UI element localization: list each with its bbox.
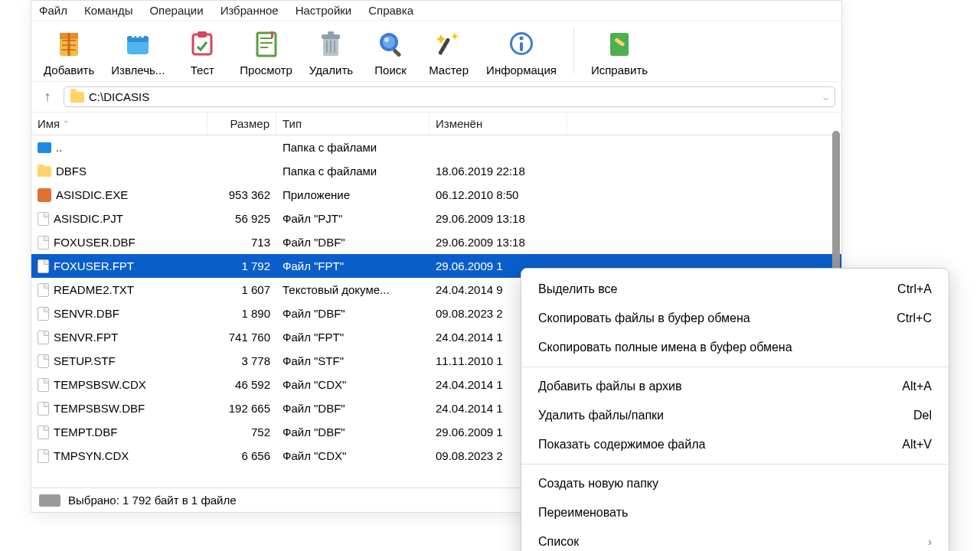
file-type: Файл "DBF": [276, 307, 430, 320]
toolbar-separator: [573, 28, 574, 73]
folder-icon: [70, 92, 84, 103]
table-row[interactable]: FOXUSER.DBF713Файл "DBF"29.06.2009 13:18: [31, 230, 841, 254]
up-button[interactable]: ↑: [38, 87, 57, 107]
toolbar: Добавить Извлечь... Тест Просмотр Удалит…: [31, 21, 841, 82]
menu-item-label: Скопировать файлы в буфер обмена: [538, 311, 750, 325]
chevron-right-icon: ›: [928, 536, 932, 548]
context-menu-item[interactable]: Скопировать файлы в буфер обменаCtrl+C: [521, 304, 949, 333]
file-type: Папка с файлами: [276, 141, 430, 154]
context-menu-item[interactable]: Переименовать: [521, 498, 949, 527]
file-name: SENVR.FPT: [54, 331, 118, 344]
scrollbar[interactable]: [832, 131, 840, 284]
context-menu-item[interactable]: Добавить файлы в архивAlt+A: [521, 372, 949, 401]
file-size: 3 778: [207, 354, 276, 367]
file-name: ASISDIC.EXE: [56, 188, 128, 201]
exe-icon: [38, 188, 51, 202]
menu-operations[interactable]: Операции: [149, 4, 203, 17]
delete-icon: [312, 25, 349, 62]
menu-item-label: Показать содержимое файла: [538, 438, 705, 452]
file-type: Файл "CDX": [276, 378, 430, 391]
context-menu-item[interactable]: Скопировать полные имена в буфер обмена: [521, 333, 949, 362]
file-type: Файл "FPT": [276, 331, 430, 344]
file-icon: [38, 449, 49, 463]
file-size: 1 607: [207, 283, 276, 296]
svg-rect-11: [260, 42, 273, 44]
context-menu-item[interactable]: Создать новую папку: [521, 469, 949, 498]
file-icon: [38, 212, 49, 226]
file-name: ASISDIC.PJT: [54, 212, 123, 225]
file-name: TMPSYN.CDX: [54, 449, 129, 462]
header-modified[interactable]: Изменён: [430, 112, 567, 135]
header-type[interactable]: Тип: [276, 112, 430, 135]
file-type: Файл "DBF": [276, 402, 430, 415]
path-input[interactable]: C:\DICASIS ⌵: [64, 86, 835, 107]
menu-help[interactable]: Справка: [368, 4, 413, 17]
file-size: 56 925: [207, 212, 276, 225]
column-headers: Имя⌃ Размер Тип Изменён: [31, 112, 841, 135]
extract-button[interactable]: Извлечь...: [105, 24, 171, 78]
file-type: Файл "DBF": [276, 236, 430, 249]
file-size: 713: [207, 236, 276, 249]
table-row[interactable]: ASISDIC.PJT56 925Файл "PJT"29.06.2009 13…: [31, 207, 841, 230]
menu-item-label: Список: [538, 535, 579, 549]
wizard-icon: [430, 25, 467, 62]
file-name: SENVR.DBF: [54, 307, 119, 320]
context-menu-item[interactable]: Показать содержимое файлаAlt+V: [521, 430, 949, 459]
table-row[interactable]: ..Папка с файлами: [31, 135, 841, 159]
file-name: TEMPSBSW.CDX: [54, 378, 146, 391]
status-icon: [39, 494, 60, 507]
menu-favorites[interactable]: Избранное: [220, 4, 279, 17]
chevron-down-icon[interactable]: ⌵: [823, 92, 828, 103]
context-menu-item[interactable]: Список›: [521, 527, 949, 551]
file-size: 741 760: [207, 331, 276, 344]
wizard-button[interactable]: Мастер: [422, 24, 475, 78]
add-button[interactable]: Добавить: [38, 24, 100, 78]
file-size: 6 656: [207, 449, 276, 462]
file-type: Файл "DBF": [276, 425, 430, 439]
table-row[interactable]: DBFSПапка с файлами18.06.2019 22:18: [31, 159, 841, 183]
svg-point-18: [383, 36, 395, 48]
menu-commands[interactable]: Команды: [84, 4, 133, 17]
svg-rect-16: [328, 31, 334, 35]
svg-rect-20: [393, 48, 402, 57]
context-menu-item[interactable]: Выделить всеCtrl+A: [521, 275, 949, 304]
file-size: 192 665: [207, 402, 276, 415]
file-type: Приложение: [276, 188, 430, 201]
context-menu-item[interactable]: Удалить файлы/папкиDel: [521, 401, 949, 430]
delete-button[interactable]: Удалить: [303, 24, 359, 78]
header-name[interactable]: Имя⌃: [31, 112, 207, 135]
repair-button[interactable]: Исправить: [585, 24, 654, 78]
view-button[interactable]: Просмотр: [234, 24, 299, 78]
menu-item-shortcut: Alt+A: [902, 380, 932, 393]
file-type: Файл "PJT": [276, 212, 430, 225]
svg-rect-4: [132, 34, 135, 37]
svg-rect-8: [198, 31, 207, 37]
file-date: 18.06.2019 22:18: [430, 165, 567, 178]
menubar: Файл Команды Операции Избранное Настройк…: [31, 1, 841, 21]
menu-separator: [521, 464, 949, 465]
header-size[interactable]: Размер: [207, 112, 276, 135]
svg-rect-12: [260, 47, 268, 48]
folder-icon: [38, 166, 51, 177]
svg-rect-25: [520, 42, 523, 51]
test-button[interactable]: Тест: [175, 24, 229, 78]
file-icon: [38, 283, 49, 297]
file-type: Файл "FPT": [276, 259, 430, 272]
menu-settings[interactable]: Настройки: [296, 4, 352, 17]
menu-item-label: Создать новую папку: [538, 477, 658, 491]
file-date: 06.12.2010 8:50: [430, 188, 567, 201]
find-button[interactable]: Поиск: [364, 24, 417, 78]
find-icon: [372, 25, 409, 62]
info-button[interactable]: Информация: [480, 24, 563, 78]
svg-rect-13: [271, 31, 273, 37]
menu-file[interactable]: Файл: [39, 4, 67, 17]
file-icon: [38, 402, 49, 416]
file-size: 1 890: [207, 307, 276, 320]
svg-point-24: [520, 37, 524, 41]
table-row[interactable]: ASISDIC.EXE953 362Приложение06.12.2010 8…: [31, 183, 841, 207]
menu-item-label: Скопировать полные имена в буфер обмена: [538, 341, 792, 354]
repair-icon: [601, 25, 638, 62]
svg-rect-5: [136, 34, 139, 37]
test-icon: [184, 25, 220, 62]
info-icon: [503, 25, 540, 62]
